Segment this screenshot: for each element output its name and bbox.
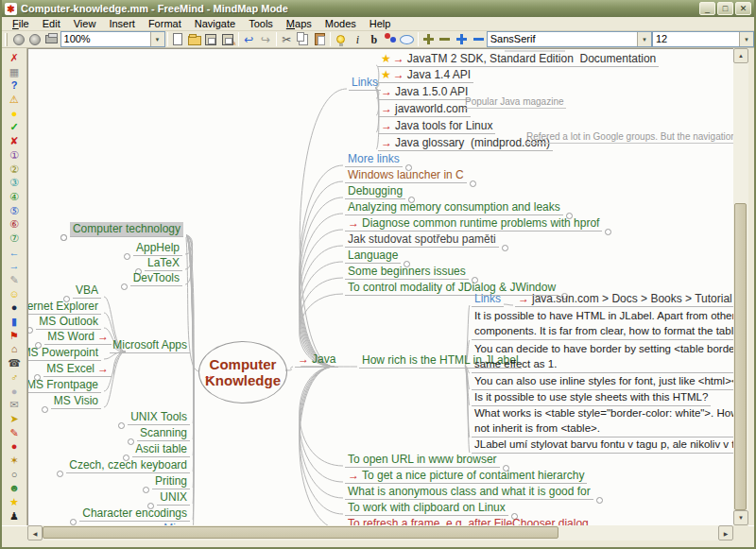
increase-branch-button[interactable]	[454, 31, 471, 47]
mindmap-node[interactable]: Is it possible to use style sheets with …	[472, 389, 711, 406]
java-node[interactable]: →Java	[295, 352, 338, 368]
zoom-select-dropdown-icon[interactable]: ▼	[150, 32, 164, 46]
mindmap-node[interactable]: MS Frontpage	[27, 378, 101, 393]
link-button[interactable]	[383, 31, 400, 47]
number-6-icon[interactable]: ⑥	[5, 217, 24, 232]
back-icon[interactable]: ←	[5, 246, 24, 260]
mindmap-node[interactable]: You can also use inline styles for font,…	[472, 373, 733, 390]
flag-icon[interactable]: ⚑	[5, 329, 24, 343]
mindmap-node[interactable]: What is anonymous class and what it is g…	[345, 485, 593, 500]
penguin-icon[interactable]: ♟	[5, 509, 24, 523]
cloud-button[interactable]	[399, 31, 416, 47]
fold-circle[interactable]	[470, 180, 476, 187]
bookmark-icon[interactable]: ★	[5, 495, 24, 509]
warning-icon[interactable]: ⚠	[5, 93, 24, 107]
menu-help[interactable]: Help	[363, 17, 398, 30]
mindmap-node[interactable]: MS Excel→	[43, 362, 112, 377]
person-icon[interactable]: ☻	[5, 481, 24, 495]
font-size-select[interactable]: 12▼	[652, 31, 754, 47]
root-node[interactable]: → Computer Knowledge	[198, 341, 287, 403]
scroll-left-button[interactable]: ◀	[27, 525, 43, 540]
scroll-down-button[interactable]: ▼	[733, 510, 748, 525]
font-family-select-dropdown-icon[interactable]: ▼	[637, 32, 651, 46]
number-7-icon[interactable]: ⑦	[5, 232, 24, 246]
menu-format[interactable]: Format	[142, 17, 188, 30]
fold-circle[interactable]	[143, 487, 149, 493]
mindmap-node[interactable]: DevTools	[130, 271, 182, 286]
decrease-branch-button[interactable]	[470, 31, 487, 47]
toolbar-grip[interactable]	[5, 33, 8, 46]
mindmap-node[interactable]: Links	[472, 292, 504, 307]
mindmap-node[interactable]: Scanning	[137, 426, 190, 441]
new-map-button[interactable]	[170, 31, 187, 47]
undo-button[interactable]: ↩	[241, 31, 258, 47]
italic-button[interactable]: i	[350, 31, 367, 47]
mindmap-node[interactable]: UNIX	[157, 490, 190, 506]
menu-file[interactable]: File	[6, 17, 36, 30]
not-ok-icon[interactable]: ✘	[5, 134, 24, 148]
mindmap-node[interactable]: ★→JavaTM 2 SDK, Standard Edition Documen…	[378, 52, 659, 67]
bold-button[interactable]: b	[366, 31, 383, 47]
menu-insert[interactable]: Insert	[102, 17, 142, 30]
fold-circle[interactable]	[121, 283, 128, 290]
phone-icon[interactable]: ☎	[5, 356, 24, 370]
mindmap-node[interactable]: →Java 1.5.0 API	[378, 85, 471, 100]
menu-maps[interactable]: Maps	[280, 17, 318, 30]
number-3-icon[interactable]: ③	[5, 176, 24, 190]
number-4-icon[interactable]: ④	[5, 190, 24, 204]
save-button[interactable]	[203, 31, 220, 47]
previous-map-button[interactable]	[10, 31, 27, 47]
mindmap-node[interactable]: UNIX Tools	[128, 410, 190, 425]
fold-circle[interactable]	[60, 234, 67, 241]
wizard-icon[interactable]: ✶	[5, 454, 24, 468]
book-icon[interactable]: ▮	[5, 315, 24, 329]
mouse-icon[interactable]: ●	[5, 385, 24, 399]
pencil-icon[interactable]: ✎	[5, 426, 24, 440]
mindmap-node[interactable]: What works is <table style="border-color…	[472, 405, 733, 437]
stop-icon[interactable]: ●	[5, 439, 24, 454]
mindmap-node[interactable]: Jak studovat spotřebu paměti	[345, 232, 499, 248]
menu-navigate[interactable]: Navigate	[188, 17, 242, 30]
maximize-button[interactable]: □	[717, 2, 733, 15]
number-5-icon[interactable]: ⑤	[5, 204, 24, 218]
menu-tools[interactable]: Tools	[242, 17, 280, 30]
mindmap-node[interactable]: It is possible to have HTML in JLabel. A…	[472, 308, 733, 340]
mindmap-node[interactable]: Ascii table	[132, 442, 190, 457]
mindmap-node[interactable]: To open URL in www browser	[345, 453, 500, 468]
mail-icon[interactable]: ✉	[5, 398, 24, 412]
fold-circle[interactable]	[596, 497, 603, 504]
next-map-button[interactable]	[26, 31, 43, 47]
mindmap-node[interactable]: Debugging	[345, 184, 405, 199]
font-size-select-dropdown-icon[interactable]: ▼	[739, 32, 753, 46]
number-2-icon[interactable]: ②	[5, 163, 24, 177]
fold-circle[interactable]	[502, 245, 508, 251]
mindmap-node[interactable]: →javaworld.com	[378, 102, 471, 117]
menu-view[interactable]: View	[67, 17, 103, 30]
vertical-scroll-thumb[interactable]	[734, 203, 747, 510]
mindmap-node[interactable]: ★→Java 1.4 API	[378, 68, 473, 83]
attach-icon[interactable]: ✎	[5, 273, 24, 287]
trash-icon[interactable]: ▦	[5, 65, 24, 79]
cut-button[interactable]: ✂	[279, 31, 296, 47]
mindmap-node[interactable]: →To get a nice picture of contaiment hie…	[345, 469, 587, 484]
redo-button[interactable]: ↪	[257, 31, 274, 47]
zoom-select[interactable]: 100%▼	[60, 31, 165, 47]
idea-icon[interactable]: ●	[5, 107, 24, 121]
paste-button[interactable]	[312, 31, 329, 47]
mindmap-node[interactable]: →Java tools for Linux	[378, 119, 495, 134]
male-icon[interactable]: ♂	[5, 370, 24, 385]
mindmap-node[interactable]: →java.sun.com > Docs > Books > Tutorial …	[515, 292, 733, 307]
ok-icon[interactable]: ✓	[5, 120, 24, 134]
idea-icon-button[interactable]	[333, 31, 350, 47]
mindmap-node[interactable]: More links	[345, 152, 403, 167]
mindmap-node[interactable]: Links	[349, 76, 381, 91]
mindmap-node[interactable]: Czech, czech keyboard	[66, 458, 190, 473]
mindmap-node[interactable]: VBA	[73, 283, 101, 299]
menu-edit[interactable]: Edit	[36, 17, 67, 30]
close-button[interactable]: ✕	[735, 2, 751, 15]
bomb-icon[interactable]: ●	[5, 300, 24, 315]
menu-modes[interactable]: Modes	[318, 17, 363, 30]
scroll-right-button[interactable]: ▶	[718, 525, 733, 540]
magnifier-icon[interactable]: ○	[5, 468, 24, 482]
minimize-button[interactable]: _	[699, 2, 715, 15]
